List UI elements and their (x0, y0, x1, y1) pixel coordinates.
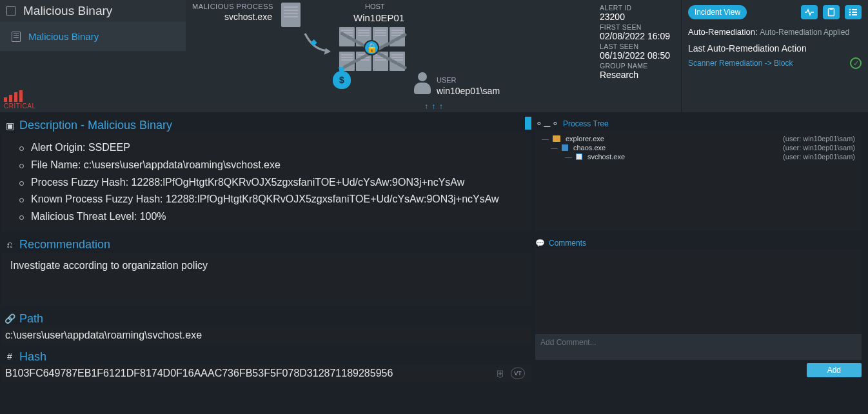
alert-id-value: 23200 (600, 12, 681, 22)
first-seen-value: 02/08/2022 16:09 (600, 31, 681, 41)
tree-expand-icon[interactable]: — (542, 135, 549, 143)
activity-icon (804, 8, 814, 16)
auto-remediation-label: Auto-Remediation: (688, 27, 758, 37)
process-tree-row[interactable]: —chaos.exe(user: win10ep01\sam) (542, 143, 855, 152)
process-tree-row[interactable]: —svchost.exe(user: win10ep01\sam) (542, 152, 855, 161)
collapse-arrows-icon[interactable]: ↑ ↑ ↑ (424, 102, 444, 111)
severity-label: CRITICAL (4, 103, 186, 110)
remediation-action-text: Scanner Remediation -> Block (688, 59, 793, 68)
svg-rect-3 (830, 8, 833, 10)
list-icon (849, 8, 858, 16)
svg-rect-2 (829, 9, 834, 16)
path-title: Path (19, 312, 43, 326)
user-icon (413, 72, 432, 94)
auto-remediation-value: Auto-Remediation Applied (760, 28, 849, 37)
clipboard-icon-button[interactable] (823, 5, 840, 19)
process-user: (user: win10ep01\sam) (783, 153, 855, 161)
lock-icon: 🔒 (364, 40, 379, 55)
process-file-icon (281, 3, 301, 27)
comments-icon: 💬 (535, 239, 545, 248)
malicious-process-label: MALICIOUS PROCESS (192, 3, 273, 10)
success-check-icon: ✓ (850, 57, 862, 69)
hash-title: Hash (19, 350, 46, 364)
alert-id-label: ALERT ID (600, 4, 681, 12)
virustotal-icon[interactable]: VT (511, 368, 525, 379)
process-tree-body: —explorer.exe(user: win10ep01\sam)—chaos… (535, 130, 862, 231)
remediation-action-link[interactable]: Scanner Remediation -> Block ✓ (688, 57, 862, 69)
activity-icon-button[interactable] (801, 5, 818, 19)
host-label: HOST (365, 3, 385, 10)
arrow-icon (302, 31, 334, 57)
comments-body (535, 249, 862, 333)
host-value: Win10EP01 (353, 12, 404, 23)
malicious-process-value: svchost.exe (224, 12, 272, 22)
description-body: Alert Origin: SSDEEPFile Name: c:\users\… (1, 133, 531, 232)
description-item: Malicious Threat Level: 100% (30, 209, 522, 225)
description-title: Description - Malicious Binary (19, 119, 172, 132)
recommendation-body: Investigate according to organization po… (1, 253, 531, 306)
svg-rect-5 (852, 9, 857, 10)
process-name: chaos.exe (573, 144, 606, 152)
path-icon: 🔗 (4, 313, 15, 324)
user-label: USER (437, 76, 457, 84)
group-name-label: GROUP NAME (600, 62, 681, 70)
svg-rect-7 (852, 12, 857, 13)
svg-marker-0 (324, 48, 331, 54)
hash-value: B103FC649787EB1F6121DF8174D0F16AAAC736FB… (1, 365, 531, 382)
exe-icon (576, 153, 582, 160)
ransom-money-icon: $ (333, 71, 351, 89)
process-tree-row[interactable]: —explorer.exe(user: win10ep01\sam) (542, 134, 855, 143)
alert-subtitle: Malicious Binary (28, 31, 99, 42)
svg-point-8 (849, 14, 851, 16)
description-item: Known Process Fuzzy Hash: 12288:lPfOgHtg… (30, 192, 522, 208)
comments-title: Comments (549, 239, 586, 248)
user-value: win10ep01\sam (437, 86, 500, 96)
process-user: (user: win10ep01\sam) (783, 135, 855, 143)
recommendation-icon: ⎌ (4, 239, 15, 250)
list-icon-button[interactable] (845, 5, 862, 19)
process-tree-title: Process Tree (563, 119, 609, 128)
process-tree-icon: ⚬⚊⚬ (535, 119, 559, 129)
comment-input[interactable] (535, 334, 862, 360)
select-alert-checkbox[interactable] (6, 6, 15, 15)
svg-rect-1 (311, 39, 317, 46)
clipboard-icon (827, 8, 835, 17)
svg-point-6 (849, 12, 851, 14)
hash-text: B103FC649787EB1F6121DF8174D0F16AAAC736FB… (5, 368, 393, 379)
folder-icon (553, 135, 560, 142)
first-seen-label: FIRST SEEN (600, 23, 681, 31)
last-action-label: Last Auto-Remediation Action (688, 43, 862, 54)
description-icon: ▣ (4, 121, 15, 131)
add-comment-button[interactable]: Add (807, 363, 862, 377)
description-item: Alert Origin: SSDEEP (30, 140, 522, 156)
tree-expand-icon[interactable]: — (565, 153, 572, 161)
document-icon (12, 32, 21, 42)
alert-title: Malicious Binary (23, 4, 112, 18)
alert-subtitle-row[interactable]: Malicious Binary (0, 22, 186, 51)
process-name: svchost.exe (587, 153, 625, 161)
description-item: Process Fuzzy Hash: 12288:lPfOgHtgtKr8QK… (30, 175, 522, 191)
group-name-value: Research (600, 70, 681, 80)
hash-icon: # (4, 351, 15, 362)
process-user: (user: win10ep01\sam) (783, 144, 855, 152)
scroll-indicator[interactable] (525, 117, 531, 130)
tree-expand-icon[interactable]: — (551, 144, 558, 152)
svg-rect-9 (852, 14, 857, 15)
last-seen-value: 06/19/2022 08:50 (600, 50, 681, 61)
process-name: explorer.exe (566, 135, 604, 143)
recommendation-title: Recommendation (19, 238, 110, 251)
svg-point-4 (849, 9, 851, 11)
cube-icon (562, 144, 568, 151)
path-value: c:\users\user\appdata\roaming\svchost.ex… (1, 327, 531, 344)
shield-icon[interactable]: ⛨ (496, 368, 506, 379)
last-seen-label: LAST SEEN (600, 43, 681, 50)
incident-view-button[interactable]: Incident View (688, 5, 747, 19)
severity-bars-icon (4, 90, 186, 102)
description-item: File Name: c:\users\user\appdata\roaming… (30, 157, 522, 173)
